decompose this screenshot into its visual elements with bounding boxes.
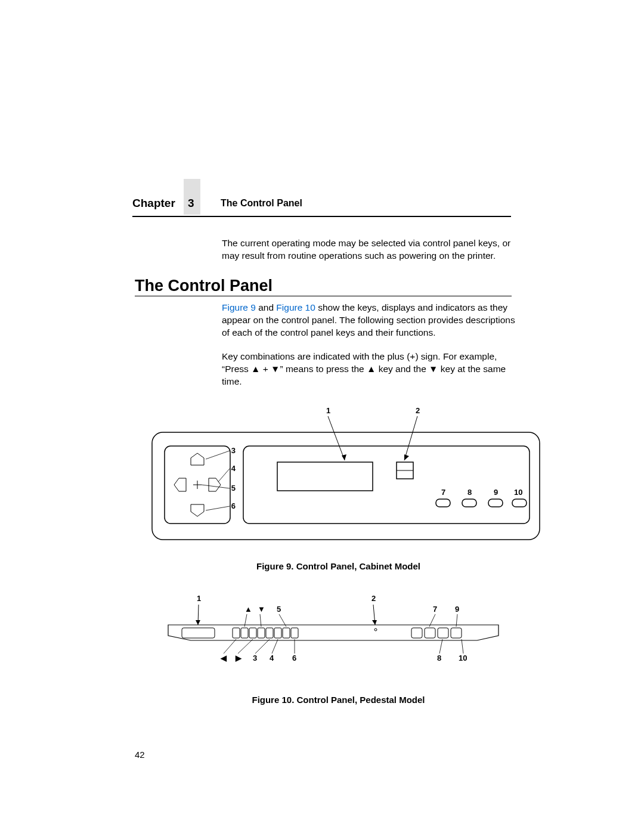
svg-line-52 bbox=[439, 639, 442, 654]
label-2: 2 bbox=[416, 406, 420, 415]
label-9: 9 bbox=[455, 605, 459, 614]
svg-rect-12 bbox=[436, 499, 450, 507]
svg-line-49 bbox=[255, 639, 270, 654]
svg-rect-27 bbox=[249, 628, 256, 638]
svg-rect-8 bbox=[243, 446, 530, 524]
svg-marker-19 bbox=[404, 454, 409, 460]
page: Chapter 3 The Control Panel The current … bbox=[0, 0, 644, 833]
label-3: 3 bbox=[253, 654, 257, 662]
label-10: 10 bbox=[514, 488, 522, 497]
svg-marker-41 bbox=[372, 620, 377, 625]
svg-rect-26 bbox=[241, 628, 248, 638]
svg-line-53 bbox=[462, 639, 463, 654]
section-heading: The Control Panel bbox=[135, 277, 273, 295]
label-6: 6 bbox=[231, 501, 236, 510]
section-rule bbox=[135, 296, 512, 296]
figure-9-diagram: 1 2 3 4 5 6 7 8 9 10 bbox=[149, 405, 543, 549]
svg-rect-13 bbox=[462, 499, 476, 507]
paragraph-2: Key combinations are indicated with the … bbox=[222, 351, 515, 388]
svg-line-20 bbox=[206, 451, 230, 459]
svg-rect-24 bbox=[182, 628, 215, 638]
label-8: 8 bbox=[437, 654, 441, 662]
chapter-number: 3 bbox=[188, 197, 194, 210]
svg-rect-31 bbox=[283, 628, 290, 638]
svg-rect-25 bbox=[233, 628, 240, 638]
label-6: 6 bbox=[292, 654, 296, 662]
chapter-label: Chapter bbox=[132, 197, 175, 210]
svg-rect-9 bbox=[277, 462, 373, 491]
svg-rect-34 bbox=[411, 628, 422, 638]
svg-line-50 bbox=[272, 639, 278, 654]
svg-point-33 bbox=[374, 628, 377, 631]
svg-line-21 bbox=[218, 469, 230, 482]
label-2: 2 bbox=[371, 594, 376, 603]
svg-line-16 bbox=[328, 416, 345, 460]
label-8: 8 bbox=[467, 488, 472, 497]
up-triangle-icon: ▲ bbox=[244, 605, 252, 614]
figure-10-caption: Figure 10. Control Panel, Pedestal Model bbox=[203, 695, 474, 705]
svg-rect-30 bbox=[274, 628, 281, 638]
label-9: 9 bbox=[494, 488, 498, 497]
text: and bbox=[256, 302, 276, 312]
svg-line-18 bbox=[404, 416, 417, 460]
label-1: 1 bbox=[197, 594, 201, 603]
svg-rect-36 bbox=[438, 628, 448, 638]
svg-marker-5 bbox=[209, 478, 221, 491]
svg-line-48 bbox=[238, 639, 253, 654]
svg-rect-37 bbox=[451, 628, 462, 638]
label-7: 7 bbox=[441, 488, 445, 497]
label-3: 3 bbox=[231, 446, 236, 455]
header-rule bbox=[132, 216, 511, 217]
chapter-title: The Control Panel bbox=[221, 198, 302, 209]
page-number: 42 bbox=[135, 750, 145, 760]
svg-line-23 bbox=[206, 506, 230, 510]
label-1: 1 bbox=[326, 406, 330, 415]
svg-marker-2 bbox=[191, 453, 204, 465]
right-triangle-icon: ▶ bbox=[235, 654, 242, 662]
label-5: 5 bbox=[277, 605, 281, 614]
figure-9-link[interactable]: Figure 9 bbox=[222, 302, 256, 312]
svg-rect-32 bbox=[291, 628, 298, 638]
svg-line-22 bbox=[202, 485, 230, 488]
svg-line-47 bbox=[224, 639, 236, 654]
figure-10-link[interactable]: Figure 10 bbox=[276, 302, 315, 312]
svg-rect-15 bbox=[512, 499, 527, 507]
figure-10-diagram: 1 2 ▲ ▼ 5 7 9 ◀ ▶ 3 4 6 8 10 bbox=[167, 594, 501, 677]
svg-rect-29 bbox=[266, 628, 273, 638]
svg-rect-35 bbox=[425, 628, 435, 638]
svg-marker-3 bbox=[191, 504, 204, 516]
paragraph-1: Figure 9 and Figure 10 show the keys, di… bbox=[222, 302, 515, 339]
svg-marker-4 bbox=[174, 478, 186, 491]
label-5: 5 bbox=[231, 484, 236, 493]
svg-marker-39 bbox=[196, 620, 200, 625]
left-triangle-icon: ◀ bbox=[220, 654, 227, 662]
label-4: 4 bbox=[231, 464, 236, 473]
svg-rect-28 bbox=[258, 628, 265, 638]
figure-9-caption: Figure 9. Control Panel, Cabinet Model bbox=[203, 561, 474, 571]
label-7: 7 bbox=[433, 605, 437, 614]
down-triangle-icon: ▼ bbox=[258, 605, 265, 614]
svg-rect-14 bbox=[488, 499, 503, 507]
intro-paragraph: The current operating mode may be select… bbox=[222, 237, 514, 262]
label-10: 10 bbox=[459, 654, 467, 662]
label-4: 4 bbox=[270, 654, 274, 662]
